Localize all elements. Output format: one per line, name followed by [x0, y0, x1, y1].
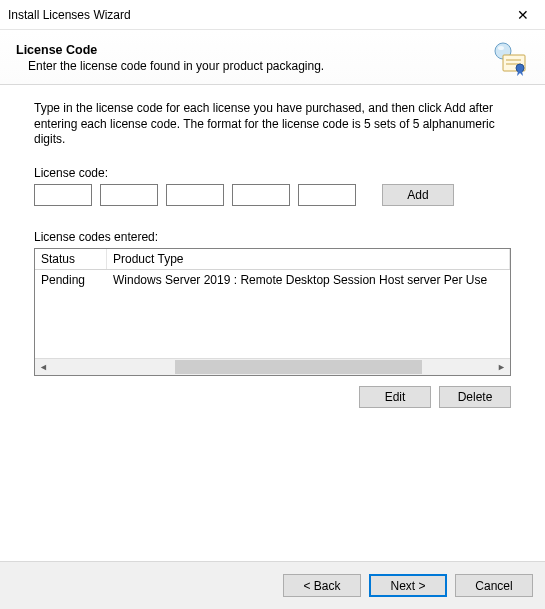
license-code-label: License code: — [34, 166, 511, 180]
horizontal-scrollbar[interactable]: ◄ ► — [35, 358, 510, 375]
cell-product-type: Windows Server 2019 : Remote Desktop Ses… — [107, 270, 510, 290]
delete-button[interactable]: Delete — [439, 386, 511, 408]
window-title: Install Licenses Wizard — [8, 8, 131, 22]
table-row[interactable]: Pending Windows Server 2019 : Remote Des… — [35, 270, 510, 290]
back-button[interactable]: < Back — [283, 574, 361, 597]
cancel-button[interactable]: Cancel — [455, 574, 533, 597]
license-code-input-5[interactable] — [298, 184, 356, 206]
license-code-input-1[interactable] — [34, 184, 92, 206]
scroll-left-arrow-icon[interactable]: ◄ — [35, 359, 52, 375]
column-header-status[interactable]: Status — [35, 249, 107, 269]
header-text: License Code Enter the license code foun… — [16, 43, 324, 73]
wizard-header: License Code Enter the license code foun… — [0, 30, 545, 85]
license-code-input-2[interactable] — [100, 184, 158, 206]
instructions-text: Type in the license code for each licens… — [34, 101, 511, 148]
svg-point-1 — [498, 46, 504, 50]
close-icon: ✕ — [517, 7, 529, 23]
list-body: Pending Windows Server 2019 : Remote Des… — [35, 270, 510, 358]
column-header-product-type[interactable]: Product Type — [107, 249, 510, 269]
wizard-body: Type in the license code for each licens… — [0, 85, 545, 408]
edit-button[interactable]: Edit — [359, 386, 431, 408]
scroll-thumb[interactable] — [175, 360, 422, 374]
cell-status: Pending — [35, 270, 107, 290]
license-code-input-4[interactable] — [232, 184, 290, 206]
list-header: Status Product Type — [35, 249, 510, 270]
add-button[interactable]: Add — [382, 184, 454, 206]
list-action-buttons: Edit Delete — [34, 386, 511, 408]
entered-codes-label: License codes entered: — [34, 230, 511, 244]
close-button[interactable]: ✕ — [500, 0, 545, 30]
wizard-footer: < Back Next > Cancel — [0, 561, 545, 609]
certificate-icon — [489, 40, 529, 76]
scroll-track[interactable] — [52, 359, 493, 375]
scroll-right-arrow-icon[interactable]: ► — [493, 359, 510, 375]
license-code-input-3[interactable] — [166, 184, 224, 206]
license-codes-list: Status Product Type Pending Windows Serv… — [34, 248, 511, 376]
page-subtitle: Enter the license code found in your pro… — [28, 59, 324, 73]
next-button[interactable]: Next > — [369, 574, 447, 597]
license-code-row: Add — [34, 184, 511, 206]
page-title: License Code — [16, 43, 324, 57]
titlebar: Install Licenses Wizard ✕ — [0, 0, 545, 30]
svg-point-5 — [516, 64, 524, 72]
